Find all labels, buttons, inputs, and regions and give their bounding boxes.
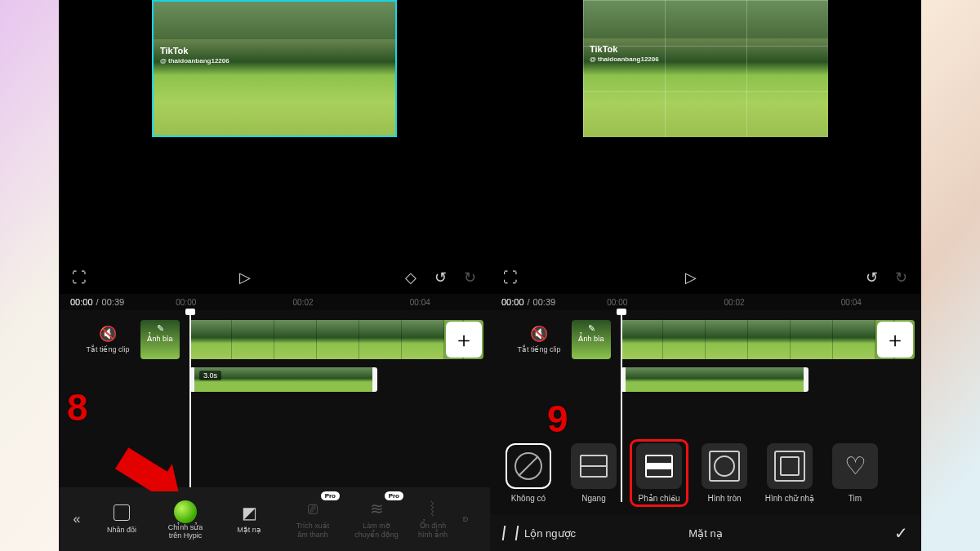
time-current: 00:00 bbox=[70, 297, 93, 307]
horizontal-icon bbox=[571, 443, 617, 489]
fullscreen-icon[interactable]: ⛶ bbox=[501, 269, 519, 287]
motion-blur-icon: ≋ bbox=[346, 500, 407, 518]
none-icon bbox=[506, 443, 551, 489]
duplicate-icon bbox=[114, 504, 130, 521]
stabilize-icon: ⦚ bbox=[410, 500, 456, 518]
mask-option-mirror[interactable]: Phản chiếu bbox=[632, 442, 686, 504]
toolbar-overflow[interactable]: Đ bbox=[457, 512, 474, 527]
tutorial-frame: TikTok @ thaidoanbang12206 ⛶ ▷ ◇ ↺ ↻ 00:… bbox=[59, 0, 921, 551]
keyframe-icon[interactable]: ◇ bbox=[402, 269, 420, 287]
mute-clip-button[interactable]: 🔇 Tắt tiếng clip bbox=[83, 325, 132, 353]
watermark-brand: TikTok bbox=[160, 46, 188, 56]
mask-options-row: Không có Ngang Phản chiếu Hình tròn Hình… bbox=[490, 430, 921, 515]
tiktok-watermark: TikTok @ thaidoanbang12206 bbox=[590, 44, 659, 63]
mirror-icon bbox=[636, 443, 682, 489]
edit-toolbar: « Nhân đôi Chỉnh sửa trên Hypic ◩ Mặt nạ… bbox=[59, 487, 490, 551]
preview-controls: ⛶ ▷ ◇ ↺ ↻ bbox=[59, 261, 490, 294]
pane-step-9: TikTok @ thaidoanbang12206 ⛶ ▷ ↺ ↻ 00:00… bbox=[490, 0, 921, 551]
hypic-edit-button[interactable]: Chỉnh sửa trên Hypic bbox=[154, 495, 217, 544]
duplicate-button[interactable]: Nhân đôi bbox=[90, 501, 154, 538]
main-video-track[interactable]: ＋ bbox=[621, 320, 915, 359]
video-preview[interactable]: TikTok @ thaidoanbang12206 bbox=[583, 0, 828, 137]
toolbar-back-icon[interactable]: « bbox=[64, 503, 90, 535]
cover-thumbnail[interactable]: Ảnh bìa bbox=[572, 320, 611, 359]
undo-icon[interactable]: ↺ bbox=[862, 269, 880, 287]
watermark-handle: @ thaidoanbang12206 bbox=[160, 57, 229, 64]
stabilize-button[interactable]: ⦚ Ổn định hình ảnh bbox=[408, 496, 457, 542]
redo-icon[interactable]: ↻ bbox=[461, 269, 479, 287]
add-clip-button[interactable]: ＋ bbox=[446, 322, 482, 358]
time-display: 00:00 / 00:39 00:00 00:02 00:04 bbox=[59, 294, 490, 310]
hypic-icon bbox=[174, 500, 197, 523]
fullscreen-icon[interactable]: ⛶ bbox=[70, 269, 88, 287]
time-display: 00:00 / 00:39 00:00 00:02 00:04 bbox=[490, 294, 921, 310]
mask-option-none[interactable]: Không có bbox=[501, 443, 555, 503]
extract-audio-button[interactable]: Pro ⎚ Trích xuất âm thanh bbox=[281, 496, 345, 542]
invert-button[interactable]: Lộn ngược bbox=[524, 527, 576, 540]
annotation-step-8: 8 bbox=[67, 385, 88, 429]
main-video-track[interactable]: ＋ bbox=[189, 320, 483, 359]
motion-blur-button[interactable]: Pro ≋ Làm mờ chuyển động bbox=[345, 496, 408, 542]
confirm-button[interactable]: ✓ bbox=[894, 523, 908, 543]
preview-area: TikTok @ thaidoanbang12206 ⛶ ▷ ◇ ↺ ↻ bbox=[59, 0, 490, 294]
video-preview[interactable]: TikTok @ thaidoanbang12206 bbox=[152, 0, 397, 137]
play-button[interactable]: ▷ bbox=[234, 267, 256, 288]
pro-badge: Pro bbox=[385, 491, 403, 500]
pane-step-8: TikTok @ thaidoanbang12206 ⛶ ▷ ◇ ↺ ↻ 00:… bbox=[59, 0, 490, 551]
overlay-track[interactable]: 3.0s bbox=[189, 367, 377, 392]
tiktok-watermark: TikTok @ thaidoanbang12206 bbox=[160, 46, 229, 64]
invert-icon[interactable] bbox=[502, 526, 519, 540]
add-clip-button[interactable]: ＋ bbox=[877, 322, 913, 358]
rectangle-icon bbox=[767, 443, 813, 489]
circle-icon bbox=[702, 443, 747, 489]
mask-option-heart[interactable]: Tim bbox=[828, 443, 882, 503]
annotation-step-9: 9 bbox=[547, 397, 568, 441]
redo-icon[interactable]: ↻ bbox=[892, 269, 910, 287]
mute-clip-button[interactable]: 🔇 Tắt tiếng clip bbox=[514, 325, 564, 353]
pro-badge: Pro bbox=[321, 491, 340, 500]
time-total: 00:39 bbox=[102, 297, 125, 307]
mask-option-rectangle[interactable]: Hình chữ nhậ bbox=[763, 443, 817, 503]
mask-option-circle[interactable]: Hình tròn bbox=[697, 443, 751, 503]
playhead[interactable] bbox=[189, 313, 191, 502]
heart-icon bbox=[832, 443, 878, 489]
clip-duration: 3.0s bbox=[199, 371, 221, 380]
crop-grid-overlay bbox=[583, 0, 828, 137]
overlay-track[interactable] bbox=[621, 367, 808, 392]
timeline[interactable]: 🔇 Tắt tiếng clip Ảnh bìa ＋ 3.0s « Nhân đ… bbox=[59, 310, 490, 551]
speaker-muted-icon: 🔇 bbox=[514, 325, 564, 343]
play-button[interactable]: ▷ bbox=[680, 267, 702, 288]
mask-option-horizontal[interactable]: Ngang bbox=[567, 443, 621, 503]
mask-panel-footer: Lộn ngược Mặt nạ ✓ bbox=[490, 515, 921, 551]
preview-area: TikTok @ thaidoanbang12206 ⛶ ▷ ↺ ↻ bbox=[490, 0, 921, 294]
extract-audio-icon: ⎚ bbox=[283, 500, 343, 518]
mask-button[interactable]: ◩ Mặt nạ bbox=[217, 500, 281, 537]
panel-title: Mặt nạ bbox=[688, 527, 722, 540]
cover-thumbnail[interactable]: Ảnh bìa bbox=[140, 320, 180, 359]
preview-controls: ⛶ ▷ ↺ ↻ bbox=[490, 261, 921, 294]
mask-icon: ◩ bbox=[219, 504, 279, 522]
undo-icon[interactable]: ↺ bbox=[431, 269, 449, 287]
speaker-muted-icon: 🔇 bbox=[83, 325, 132, 343]
